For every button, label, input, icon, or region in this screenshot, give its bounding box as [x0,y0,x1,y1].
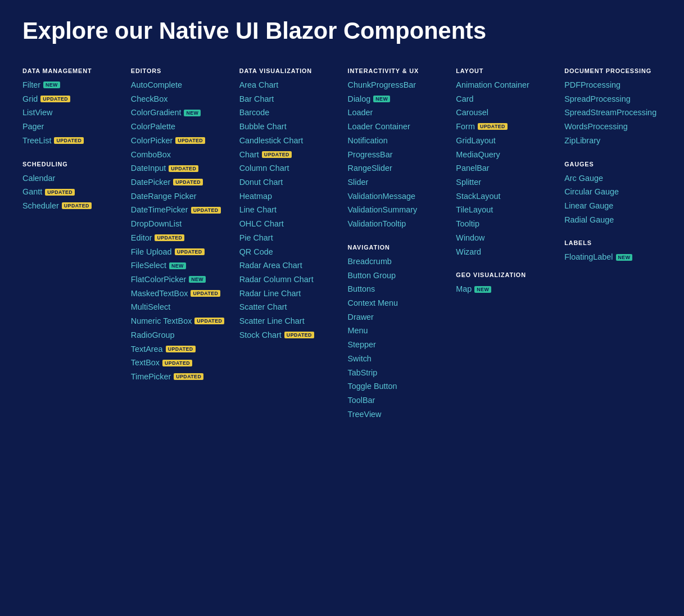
item-link-4-0-10[interactable]: Tooltip [456,219,479,229]
item-link-0-1-2[interactable]: Scheduler [22,201,59,211]
item-link-2-0-6[interactable]: Column Chart [239,163,289,174]
item-link-0-0-3[interactable]: Pager [22,121,44,132]
item-link-1-0-3[interactable]: ColorPalette [131,121,175,132]
item-link-5-1-0[interactable]: Arc Gauge [564,173,603,184]
item-link-5-0-0[interactable]: PDFProcessing [564,80,620,90]
item-link-1-0-11[interactable]: Editor [131,233,152,243]
item-link-5-0-3[interactable]: WordsProcessing [564,121,628,132]
item-link-5-0-2[interactable]: SpreadStreamProcessing [564,107,656,118]
item-link-4-0-1[interactable]: Card [456,94,473,105]
item-link-3-0-7[interactable]: Slider [347,177,368,188]
item-link-2-0-11[interactable]: Pie Chart [239,233,273,243]
item-link-1-0-7[interactable]: DatePicker [131,177,170,188]
item-link-1-0-19[interactable]: TextArea [131,344,163,355]
item-link-3-0-9[interactable]: ValidationSummary [347,205,417,215]
item-link-4-0-8[interactable]: StackLayout [456,191,500,202]
item-link-4-0-4[interactable]: GridLayout [456,135,495,146]
item-link-2-0-18[interactable]: Stock Chart [239,330,282,341]
item-link-3-1-3[interactable]: Context Menu [347,298,398,309]
item-link-4-0-7[interactable]: Splitter [456,177,481,188]
item-link-2-0-17[interactable]: Scatter Line Chart [239,316,305,327]
item-link-1-0-0[interactable]: AutoComplete [131,80,182,90]
item-link-0-1-0[interactable]: Calendar [22,173,55,184]
item-link-4-0-5[interactable]: MediaQuery [456,150,500,160]
item-link-2-0-3[interactable]: Bubble Chart [239,121,287,132]
item-link-3-0-5[interactable]: ProgressBar [347,150,392,160]
item-link-5-1-3[interactable]: Radial Gauge [564,215,614,225]
item-link-2-0-7[interactable]: Donut Chart [239,177,283,188]
item-link-1-0-4[interactable]: ColorPicker [131,135,173,146]
item-link-4-1-0[interactable]: Map [456,284,472,295]
item-link-3-0-1[interactable]: Dialog [347,94,370,105]
item-link-5-1-1[interactable]: Circular Gauge [564,187,619,197]
item-link-2-0-13[interactable]: Radar Area Chart [239,260,302,271]
item-link-3-1-5[interactable]: Menu [347,325,368,336]
item-link-3-1-9[interactable]: Toggle Button [347,381,397,392]
item-link-3-0-4[interactable]: Notification [347,135,387,146]
item-link-0-0-1[interactable]: Grid [22,94,38,105]
item-link-5-1-2[interactable]: Linear Gauge [564,201,613,211]
item-link-1-0-13[interactable]: FileSelect [131,260,166,271]
item-link-4-0-6[interactable]: PanelBar [456,163,489,174]
item-link-1-0-5[interactable]: ComboBox [131,150,171,160]
list-item: GanttUPDATED [22,187,120,197]
item-link-1-0-8[interactable]: DateRange Picker [131,191,197,202]
item-link-1-0-2[interactable]: ColorGradient [131,107,182,118]
item-link-3-0-8[interactable]: ValidationMessage [347,191,415,202]
item-link-4-0-11[interactable]: Window [456,233,484,243]
item-link-2-0-0[interactable]: Area Chart [239,80,279,90]
item-link-4-0-3[interactable]: Form [456,121,475,132]
item-link-0-1-1[interactable]: Gantt [22,187,42,197]
item-link-5-0-1[interactable]: SpreadProcessing [564,94,631,105]
item-link-3-0-3[interactable]: Loader Container [347,121,410,132]
item-link-2-0-14[interactable]: Radar Column Chart [239,274,314,285]
item-link-2-0-8[interactable]: Heatmap [239,191,272,202]
list-item: Stock ChartUPDATED [239,330,337,341]
item-link-5-2-0[interactable]: FloatingLabel [564,252,613,262]
item-link-3-1-10[interactable]: ToolBar [347,395,375,406]
item-link-4-0-0[interactable]: Animation Container [456,80,529,90]
item-link-3-1-8[interactable]: TabStrip [347,368,377,378]
item-link-0-0-2[interactable]: ListView [22,107,52,118]
item-link-2-0-9[interactable]: Line Chart [239,205,277,215]
item-link-1-0-20[interactable]: TextBox [131,357,160,368]
item-link-1-0-1[interactable]: CheckBox [131,94,168,105]
item-link-4-0-2[interactable]: Carousel [456,107,488,118]
item-link-2-0-4[interactable]: Candlestick Chart [239,135,304,146]
item-link-2-0-2[interactable]: Barcode [239,107,270,118]
item-link-3-1-4[interactable]: Drawer [347,312,373,323]
item-link-1-0-15[interactable]: MaskedTextBox [131,288,188,299]
item-link-1-0-6[interactable]: DateInput [131,163,166,174]
item-link-3-1-2[interactable]: Buttons [347,284,375,295]
item-link-1-0-16[interactable]: MultiSelect [131,302,170,312]
item-link-3-1-0[interactable]: Breadcrumb [347,256,391,267]
item-link-3-1-1[interactable]: Button Group [347,270,396,281]
item-link-1-0-12[interactable]: File Upload [131,247,172,257]
item-link-3-1-6[interactable]: Stepper [347,339,375,350]
list-item: MaskedTextBoxUPDATED [131,288,228,299]
item-link-1-0-17[interactable]: Numeric TextBox [131,316,192,327]
item-link-1-0-14[interactable]: FlatColorPicker [131,274,186,285]
item-link-2-0-5[interactable]: Chart [239,150,259,160]
item-link-1-0-9[interactable]: DateTimePicker [131,205,188,215]
item-link-3-1-11[interactable]: TreeView [347,409,381,420]
item-link-4-0-9[interactable]: TileLayout [456,205,493,215]
item-link-0-0-4[interactable]: TreeList [22,135,51,146]
item-link-2-0-16[interactable]: Scatter Chart [239,302,287,312]
item-link-3-0-10[interactable]: ValidationTooltip [347,219,406,229]
item-link-3-1-7[interactable]: Switch [347,354,371,364]
item-link-2-0-12[interactable]: QR Code [239,247,273,257]
item-link-1-0-18[interactable]: RadioGroup [131,330,175,341]
item-link-1-0-21[interactable]: TimePicker [131,372,171,382]
list-item: Menu [347,325,445,336]
item-link-2-0-1[interactable]: Bar Chart [239,94,274,105]
item-link-3-0-6[interactable]: RangeSlider [347,163,392,174]
item-link-1-0-10[interactable]: DropDownList [131,219,182,229]
item-link-3-0-0[interactable]: ChunkProgressBar [347,80,416,90]
item-link-0-0-0[interactable]: Filter [22,80,40,90]
item-link-4-0-12[interactable]: Wizard [456,247,481,257]
item-link-5-0-4[interactable]: ZipLibrary [564,135,600,146]
item-link-2-0-15[interactable]: Radar Line Chart [239,288,301,299]
item-link-3-0-2[interactable]: Loader [347,107,373,118]
item-link-2-0-10[interactable]: OHLC Chart [239,219,284,229]
